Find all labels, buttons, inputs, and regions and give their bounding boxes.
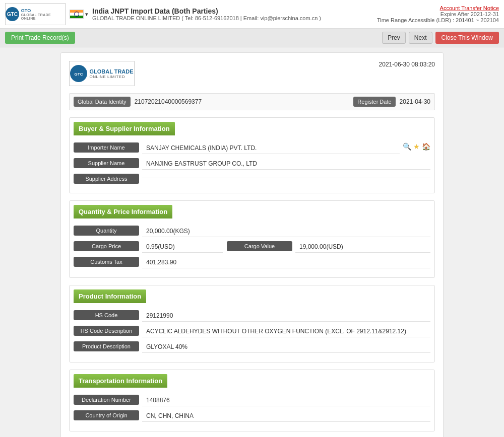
global-data-identity-label: Global Data Identity: [74, 97, 131, 107]
next-button[interactable]: Next: [409, 32, 432, 44]
logo-text: GTO: [21, 8, 65, 14]
product-desc-row: Product Description GLYOXAL 40%: [74, 341, 430, 353]
quantity-value: 20,000.00(KGS): [142, 226, 430, 237]
quantity-price-section: Quantity & Price Information Quantity 20…: [69, 200, 435, 278]
card-logo-sub: ONLINE LIMITED: [89, 75, 133, 79]
card-datetime: 2021-06-30 08:03:20: [379, 61, 435, 68]
header-left: GTC GTO GLOBAL TRADE ONLINE ▾ India JNPT…: [5, 3, 321, 25]
cargo-value-value: 19,000.00(USD): [295, 241, 430, 253]
home-icon[interactable]: 🏠: [422, 142, 430, 151]
toolbar-left: Print Trade Record(s): [5, 32, 75, 44]
print-button[interactable]: Print Trade Record(s): [5, 32, 75, 44]
customs-tax-row: Customs Tax 401,283.90: [74, 257, 430, 268]
card-logo-name: GLOBAL TRADE: [89, 68, 133, 75]
register-date-label: Register Date: [353, 97, 395, 107]
declaration-number-row: Declaration Number 1408876: [74, 395, 430, 406]
hs-code-row: HS Code 29121990: [74, 310, 430, 322]
time-range: Time Range Accessible (LDR) : 201401 ~ 2…: [377, 17, 499, 23]
toolbar-right: Prev Next Close This Window: [382, 32, 499, 44]
supplier-address-row: Supplier Address: [74, 174, 430, 184]
logo-svg: GTC: [72, 66, 86, 81]
supplier-address-label: Supplier Address: [74, 174, 139, 184]
customs-tax-value: 401,283.90: [142, 257, 430, 268]
product-body: HS Code 29121990 HS Code Description ACY…: [70, 307, 434, 362]
product-desc-value: GLYOXAL 40%: [142, 341, 430, 353]
hs-code-value: 29121990: [142, 310, 430, 322]
buyer-supplier-header: Buyer & Supplier Information: [74, 122, 175, 135]
supplier-address-value: [142, 174, 430, 178]
identity-row: Global Data Identity 2107202104000056937…: [69, 93, 435, 110]
logo-circle: GTC: [6, 7, 19, 21]
transport-header: Transportation Information: [74, 374, 167, 388]
flag-dropdown-icon[interactable]: ▾: [85, 11, 88, 18]
card-header: GTC GLOBAL TRADE ONLINE LIMITED 2021-06-…: [69, 61, 435, 86]
main-content: GTC GLOBAL TRADE ONLINE LIMITED 2021-06-…: [0, 47, 504, 437]
flag-box: ▾: [70, 10, 88, 19]
importer-name-row: Importer Name SANJAY CHEMICALS (INDIA) P…: [74, 142, 430, 154]
india-flag: [70, 10, 84, 19]
quantity-price-header: Quantity & Price Information: [74, 205, 172, 218]
buyer-supplier-section: Buyer & Supplier Information Importer Na…: [69, 117, 435, 193]
prev-button[interactable]: Prev: [382, 32, 406, 44]
product-desc-label: Product Description: [74, 341, 139, 351]
supplier-name-row: Supplier Name NANJING EASTRUST GROUP CO.…: [74, 158, 430, 170]
hs-code-label: HS Code: [74, 310, 139, 320]
logo-box: GTC GTO GLOBAL TRADE ONLINE: [5, 3, 66, 25]
card-logo-circle: GTC: [70, 65, 87, 82]
search-icon[interactable]: 🔍: [403, 142, 411, 151]
hs-code-desc-row: HS Code Description ACYCLIC ALDEHYDES WI…: [74, 326, 430, 337]
card-logo: GTC GLOBAL TRADE ONLINE LIMITED: [69, 61, 135, 86]
importer-name-label: Importer Name: [74, 142, 139, 153]
declaration-number-label: Declaration Number: [74, 395, 139, 405]
svg-text:GTC: GTC: [75, 72, 83, 77]
register-date-value: 2021-04-30: [400, 98, 430, 105]
expire-date: Expire After 2021-12-31: [377, 11, 499, 17]
gto-logo: GTC GTO GLOBAL TRADE ONLINE: [5, 3, 66, 25]
country-of-origin-value: CN, CHN, CHINA: [142, 410, 430, 422]
country-of-origin-label: Country of Origin: [74, 410, 139, 420]
supplier-name-value: NANJING EASTRUST GROUP CO., LTD: [142, 158, 430, 170]
top-toolbar: Print Trade Record(s) Prev Next Close Th…: [0, 29, 504, 47]
customs-tax-label: Customs Tax: [74, 257, 139, 267]
cargo-row: Cargo Price 0.95(USD) Cargo Value 19,000…: [74, 241, 430, 253]
logo-subtext: GLOBAL TRADE ONLINE: [21, 13, 65, 20]
star-icon[interactable]: ★: [413, 142, 420, 151]
transport-body: Declaration Number 1408876 Country of Or…: [70, 392, 434, 431]
quantity-row: Quantity 20,000.00(KGS): [74, 226, 430, 237]
cargo-value-label: Cargo Value: [227, 241, 292, 251]
expire-link[interactable]: Account Transfer Notice: [440, 5, 499, 11]
country-of-origin-row: Country of Origin CN, CHN, CHINA: [74, 410, 430, 422]
global-data-identity-value: 21072021040000569377: [135, 98, 350, 105]
buyer-supplier-body: Importer Name SANJAY CHEMICALS (INDIA) P…: [70, 139, 434, 193]
hs-code-desc-label: HS Code Description: [74, 326, 139, 336]
page-title: India JNPT Import Data (Both Parties): [92, 7, 321, 15]
supplier-name-label: Supplier Name: [74, 158, 139, 168]
header-right: Account Transfer Notice Expire After 202…: [377, 5, 499, 23]
close-button[interactable]: Close This Window: [435, 32, 499, 44]
page-subtitle: GLOBAL TRADE ONLINE LIMITED ( Tel: 86-51…: [92, 15, 321, 21]
hs-code-desc-value: ACYCLIC ALDEHYDES WITHOUT OTHER OXYGEN F…: [142, 326, 430, 337]
cargo-price-value: 0.95(USD): [142, 241, 223, 253]
record-card: GTC GLOBAL TRADE ONLINE LIMITED 2021-06-…: [60, 52, 444, 437]
importer-name-value: SANJAY CHEMICALS (INDIA) PVT. LTD.: [142, 142, 400, 154]
product-header: Product Information: [74, 289, 146, 303]
importer-icons: 🔍 ★ 🏠: [403, 142, 430, 151]
declaration-number-value: 1408876: [142, 395, 430, 406]
quantity-price-body: Quantity 20,000.00(KGS) Cargo Price 0.95…: [70, 223, 434, 277]
quantity-label: Quantity: [74, 226, 139, 236]
transport-section: Transportation Information Declaration N…: [69, 370, 435, 431]
header: GTC GTO GLOBAL TRADE ONLINE ▾ India JNPT…: [0, 0, 504, 29]
cargo-price-label: Cargo Price: [74, 241, 139, 251]
product-section: Product Information HS Code 29121990 HS …: [69, 285, 435, 362]
